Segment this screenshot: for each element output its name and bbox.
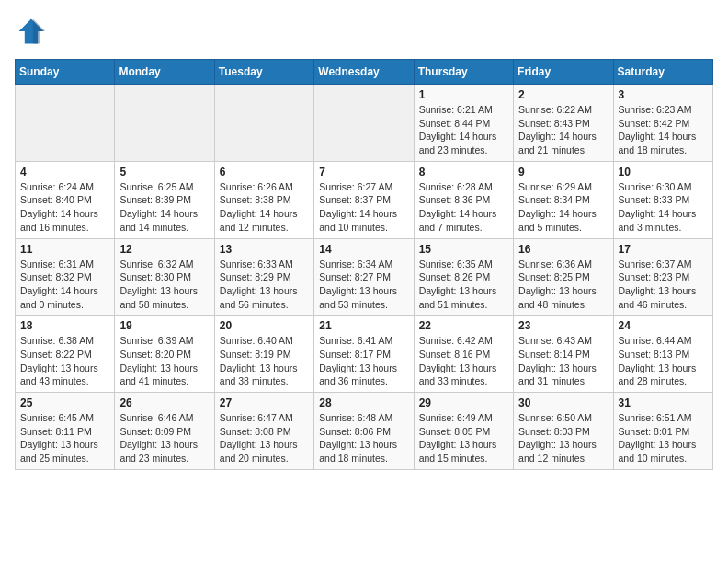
calendar-cell: 15Sunrise: 6:35 AMSunset: 8:26 PMDayligh… (414, 238, 513, 316)
day-number: 15 (419, 243, 508, 256)
day-number: 7 (319, 166, 408, 178)
day-number: 8 (419, 166, 508, 178)
weekday-tuesday: Tuesday (214, 60, 313, 85)
logo (15, 15, 53, 48)
calendar-cell: 30Sunrise: 6:50 AMSunset: 8:03 PMDayligh… (514, 393, 613, 470)
day-info: Sunrise: 6:38 AMSunset: 8:22 PMDaylight:… (20, 334, 109, 388)
day-info: Sunrise: 6:33 AMSunset: 8:29 PMDaylight:… (220, 258, 309, 312)
calendar-cell: 23Sunrise: 6:43 AMSunset: 8:14 PMDayligh… (514, 316, 613, 393)
calendar-cell (16, 85, 115, 162)
day-info: Sunrise: 6:51 AMSunset: 8:01 PMDaylight:… (619, 411, 708, 465)
day-number: 29 (419, 396, 508, 409)
week-row-5: 25Sunrise: 6:45 AMSunset: 8:11 PMDayligh… (16, 393, 713, 470)
day-info: Sunrise: 6:23 AMSunset: 8:42 PMDaylight:… (619, 103, 708, 157)
day-number: 24 (619, 319, 708, 332)
day-number: 19 (119, 319, 209, 332)
day-number: 27 (220, 396, 309, 409)
day-info: Sunrise: 6:26 AMSunset: 8:38 PMDaylight:… (220, 180, 309, 235)
calendar-cell: 16Sunrise: 6:36 AMSunset: 8:25 PMDayligh… (514, 238, 613, 316)
calendar-cell: 1Sunrise: 6:21 AMSunset: 8:44 PMDaylight… (414, 85, 513, 162)
calendar-body: 1Sunrise: 6:21 AMSunset: 8:44 PMDaylight… (16, 85, 713, 470)
day-number: 1 (419, 88, 508, 101)
calendar-cell: 18Sunrise: 6:38 AMSunset: 8:22 PMDayligh… (16, 316, 115, 393)
calendar-cell: 7Sunrise: 6:27 AMSunset: 8:37 PMDaylight… (314, 161, 414, 238)
calendar-cell: 24Sunrise: 6:44 AMSunset: 8:13 PMDayligh… (613, 316, 712, 393)
day-info: Sunrise: 6:48 AMSunset: 8:06 PMDaylight:… (319, 411, 408, 465)
calendar-cell: 29Sunrise: 6:49 AMSunset: 8:05 PMDayligh… (414, 393, 513, 470)
day-info: Sunrise: 6:37 AMSunset: 8:23 PMDaylight:… (619, 258, 708, 312)
day-info: Sunrise: 6:49 AMSunset: 8:05 PMDaylight:… (419, 411, 508, 465)
day-info: Sunrise: 6:25 AMSunset: 8:39 PMDaylight:… (119, 180, 209, 235)
day-number: 18 (20, 319, 109, 332)
weekday-sunday: Sunday (16, 60, 115, 85)
calendar-cell: 25Sunrise: 6:45 AMSunset: 8:11 PMDayligh… (16, 393, 115, 470)
day-info: Sunrise: 6:45 AMSunset: 8:11 PMDaylight:… (20, 411, 109, 465)
calendar-cell: 13Sunrise: 6:33 AMSunset: 8:29 PMDayligh… (214, 238, 313, 316)
day-info: Sunrise: 6:41 AMSunset: 8:17 PMDaylight:… (319, 334, 408, 388)
day-number: 13 (220, 243, 309, 256)
calendar-cell: 22Sunrise: 6:42 AMSunset: 8:16 PMDayligh… (414, 316, 513, 393)
day-number: 2 (518, 88, 608, 101)
calendar-cell: 2Sunrise: 6:22 AMSunset: 8:43 PMDaylight… (514, 85, 613, 162)
calendar-cell: 8Sunrise: 6:28 AMSunset: 8:36 PMDaylight… (414, 161, 513, 238)
day-number: 6 (220, 166, 309, 178)
calendar-cell: 17Sunrise: 6:37 AMSunset: 8:23 PMDayligh… (613, 238, 712, 316)
day-number: 28 (319, 396, 408, 409)
day-number: 5 (119, 166, 209, 178)
calendar-cell (214, 85, 313, 162)
page-header (15, 15, 713, 48)
day-number: 9 (518, 166, 608, 178)
calendar-header: SundayMondayTuesdayWednesdayThursdayFrid… (16, 60, 713, 85)
day-info: Sunrise: 6:40 AMSunset: 8:19 PMDaylight:… (220, 334, 309, 388)
day-info: Sunrise: 6:39 AMSunset: 8:20 PMDaylight:… (119, 334, 209, 388)
calendar-cell: 6Sunrise: 6:26 AMSunset: 8:38 PMDaylight… (214, 161, 313, 238)
day-number: 25 (20, 396, 109, 409)
day-number: 16 (518, 243, 608, 256)
day-number: 17 (619, 243, 708, 256)
day-number: 26 (119, 396, 209, 409)
day-number: 30 (518, 396, 608, 409)
week-row-3: 11Sunrise: 6:31 AMSunset: 8:32 PMDayligh… (16, 238, 713, 316)
calendar-cell: 10Sunrise: 6:30 AMSunset: 8:33 PMDayligh… (613, 161, 712, 238)
weekday-wednesday: Wednesday (314, 60, 414, 85)
weekday-monday: Monday (115, 60, 214, 85)
calendar-cell: 27Sunrise: 6:47 AMSunset: 8:08 PMDayligh… (214, 393, 313, 470)
day-info: Sunrise: 6:32 AMSunset: 8:30 PMDaylight:… (119, 258, 209, 312)
day-info: Sunrise: 6:27 AMSunset: 8:37 PMDaylight:… (319, 180, 408, 235)
day-number: 3 (619, 88, 708, 101)
calendar-table: SundayMondayTuesdayWednesdayThursdayFrid… (15, 59, 713, 470)
calendar-cell: 19Sunrise: 6:39 AMSunset: 8:20 PMDayligh… (115, 316, 214, 393)
day-info: Sunrise: 6:21 AMSunset: 8:44 PMDaylight:… (419, 103, 508, 157)
day-info: Sunrise: 6:29 AMSunset: 8:34 PMDaylight:… (518, 180, 608, 235)
week-row-1: 1Sunrise: 6:21 AMSunset: 8:44 PMDaylight… (16, 85, 713, 162)
calendar-cell: 20Sunrise: 6:40 AMSunset: 8:19 PMDayligh… (214, 316, 313, 393)
day-number: 31 (619, 396, 708, 409)
week-row-4: 18Sunrise: 6:38 AMSunset: 8:22 PMDayligh… (16, 316, 713, 393)
day-number: 4 (20, 166, 109, 178)
day-info: Sunrise: 6:43 AMSunset: 8:14 PMDaylight:… (518, 334, 608, 388)
day-number: 10 (619, 166, 708, 178)
calendar-cell: 31Sunrise: 6:51 AMSunset: 8:01 PMDayligh… (613, 393, 712, 470)
calendar-cell: 3Sunrise: 6:23 AMSunset: 8:42 PMDaylight… (613, 85, 712, 162)
day-info: Sunrise: 6:50 AMSunset: 8:03 PMDaylight:… (518, 411, 608, 465)
day-number: 20 (220, 319, 309, 332)
day-info: Sunrise: 6:42 AMSunset: 8:16 PMDaylight:… (419, 334, 508, 388)
day-info: Sunrise: 6:24 AMSunset: 8:40 PMDaylight:… (20, 180, 109, 235)
calendar-cell: 11Sunrise: 6:31 AMSunset: 8:32 PMDayligh… (16, 238, 115, 316)
day-number: 14 (319, 243, 408, 256)
calendar-cell (115, 85, 214, 162)
day-info: Sunrise: 6:34 AMSunset: 8:27 PMDaylight:… (319, 258, 408, 312)
day-info: Sunrise: 6:28 AMSunset: 8:36 PMDaylight:… (419, 180, 508, 235)
weekday-thursday: Thursday (414, 60, 513, 85)
logo-icon (15, 15, 48, 48)
calendar-cell: 4Sunrise: 6:24 AMSunset: 8:40 PMDaylight… (16, 161, 115, 238)
day-info: Sunrise: 6:31 AMSunset: 8:32 PMDaylight:… (20, 258, 109, 312)
day-info: Sunrise: 6:46 AMSunset: 8:09 PMDaylight:… (119, 411, 209, 465)
calendar-cell: 12Sunrise: 6:32 AMSunset: 8:30 PMDayligh… (115, 238, 214, 316)
day-number: 22 (419, 319, 508, 332)
calendar-cell: 21Sunrise: 6:41 AMSunset: 8:17 PMDayligh… (314, 316, 414, 393)
weekday-saturday: Saturday (613, 60, 712, 85)
calendar-cell (314, 85, 414, 162)
day-info: Sunrise: 6:22 AMSunset: 8:43 PMDaylight:… (518, 103, 608, 157)
calendar-cell: 5Sunrise: 6:25 AMSunset: 8:39 PMDaylight… (115, 161, 214, 238)
